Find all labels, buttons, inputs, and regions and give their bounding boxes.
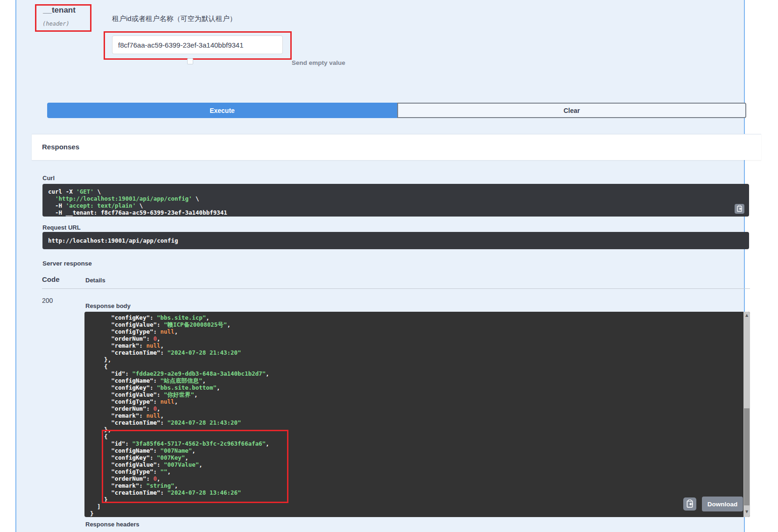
code-line: -H 'accept: text/plain' \ — [48, 202, 743, 209]
code-line: "remark": null, — [90, 342, 743, 349]
code-line: "configType": null, — [90, 398, 743, 405]
annotation-box-parameter-name — [35, 4, 91, 32]
request-url-value: http://localhost:19001/api/app/config — [48, 237, 743, 244]
code-line: "id": "fddae229-a2e9-ddb3-648a-3a140bc1b… — [90, 370, 743, 377]
response-body-box: "configKey": "bbs.site.icp", "configValu… — [84, 312, 750, 517]
response-body-scrollbar[interactable]: ▲ ▼ — [743, 312, 750, 517]
code-line: }, — [90, 356, 743, 363]
code-line: -H __tenant: f8cf76aa-ac59-6399-23ef-3a1… — [48, 209, 743, 216]
code-line: curl -X 'GET' \ — [48, 188, 743, 195]
download-button[interactable]: Download — [702, 497, 743, 511]
code-line: "orderNum": 0, — [90, 405, 743, 412]
code-line: "configKey": "bbs.site.icp", — [90, 314, 743, 321]
swagger-page: __tenant (header) 租户id或者租户名称（可空为默认租户） Se… — [0, 0, 778, 532]
code-line: "configValue": "你好世界", — [90, 391, 743, 398]
scroll-down-icon[interactable]: ▼ — [743, 508, 750, 515]
table-divider — [42, 288, 750, 289]
opblock-get-config: __tenant (header) 租户id或者租户名称（可空为默认租户） Se… — [15, 0, 745, 532]
curl-code: curl -X 'GET' \ 'http://localhost:19001/… — [48, 188, 743, 216]
response-copy-button[interactable] — [683, 497, 696, 511]
execute-button[interactable]: Execute — [47, 103, 397, 118]
code-line: "creationTime": "2024-07-28 21:43:20" — [90, 349, 743, 356]
scroll-up-icon[interactable]: ▲ — [743, 312, 750, 319]
responses-section-header — [32, 134, 761, 160]
response-headers-label: Response headers — [85, 521, 140, 528]
code-line: "configName": "站点底部信息", — [90, 377, 743, 384]
curl-copy-button[interactable] — [735, 204, 744, 214]
request-url-box: http://localhost:19001/api/app/config — [42, 232, 749, 249]
server-response-label: Server response — [42, 260, 92, 267]
send-empty-value-checkbox[interactable] — [187, 58, 193, 64]
code-line: } — [90, 510, 743, 517]
code-line: ] — [90, 503, 743, 510]
response-body-label: Response body — [85, 302, 131, 309]
code-column-header: Code — [42, 275, 60, 283]
code-line: "remark": null, — [90, 412, 743, 419]
clipboard-icon — [686, 499, 694, 509]
code-line: "configKey": "bbs.site.bottom", — [90, 384, 743, 391]
clipboard-icon — [736, 205, 743, 213]
parameter-description: 租户id或者租户名称（可空为默认租户） — [112, 14, 237, 23]
response-scrollbar-thumb[interactable] — [744, 408, 750, 505]
responses-title: Responses — [42, 143, 79, 151]
code-line: "creationTime": "2024-07-28 21:43:20" — [90, 419, 743, 426]
code-line: 'http://localhost:19001/api/app/config' … — [48, 195, 743, 202]
status-code: 200 — [42, 297, 53, 304]
code-line: "configValue": "赣ICP备20008025号", — [90, 321, 743, 328]
annotation-box-tenant-input — [104, 31, 292, 60]
clear-button[interactable]: Clear — [397, 103, 746, 118]
annotation-box-json-object — [102, 430, 288, 503]
details-column-header: Details — [85, 277, 105, 284]
send-empty-value-label: Send empty value — [292, 59, 345, 66]
code-line: "orderNum": 0, — [90, 335, 743, 342]
code-line: { — [90, 363, 743, 370]
request-url-label: Request URL — [42, 224, 81, 231]
curl-label: Curl — [42, 175, 55, 182]
code-line: "configType": null, — [90, 328, 743, 335]
curl-command-box: curl -X 'GET' \ 'http://localhost:19001/… — [42, 184, 749, 217]
